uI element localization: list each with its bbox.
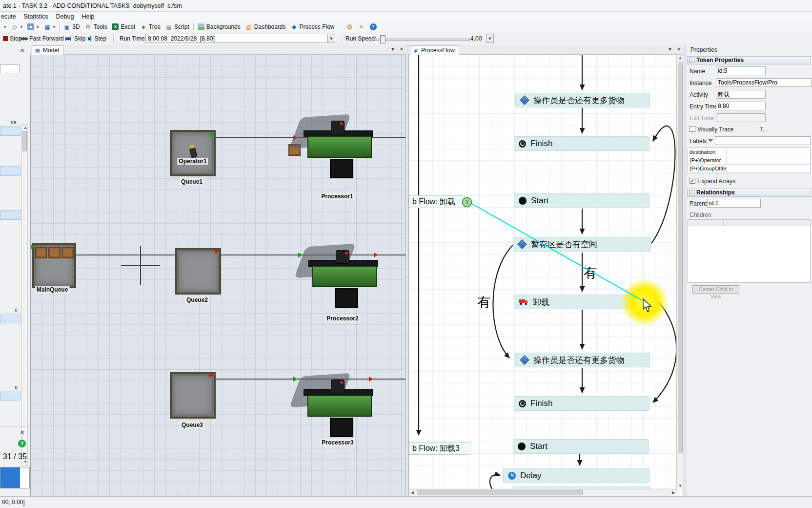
run-speed-slider[interactable]: [374, 39, 470, 41]
processor2-object[interactable]: [305, 249, 379, 307]
close-icon[interactable]: ✕: [675, 46, 682, 52]
activity-field[interactable]: [716, 90, 766, 99]
run-speed-thumb[interactable]: [380, 35, 386, 43]
exit-time-field[interactable]: [716, 113, 766, 122]
labels-label: Labels: [690, 138, 707, 145]
instance-field[interactable]: [716, 78, 812, 87]
scroll-thumb[interactable]: [22, 131, 27, 151]
flow-node-start[interactable]: Start: [513, 439, 649, 454]
menu-execute[interactable]: ecute: [0, 12, 20, 21]
filter-icon[interactable]: [708, 139, 713, 142]
library-item-fragment: e: [15, 307, 18, 313]
entry-time-field[interactable]: [716, 102, 766, 110]
expand-arrays-checkbox[interactable]: ✓: [690, 178, 695, 184]
model-3d-view[interactable]: Operator1 Queue1 Processor1 MainQueue: [30, 55, 406, 496]
process-flow-view[interactable]: 操作员是否还有更多货物 Finish Start 暂存区是否有空间 卸载 操作员…: [408, 55, 683, 496]
processor1-object[interactable]: [301, 120, 374, 177]
children-list[interactable]: [688, 226, 811, 283]
close-icon[interactable]: ✕: [19, 429, 26, 436]
help-icon[interactable]: ?: [18, 440, 26, 447]
finish-icon: [519, 400, 526, 407]
subflow-label[interactable]: b Flow: 卸载3: [409, 442, 470, 455]
flow-node-delay[interactable]: Delay: [503, 468, 650, 483]
flow-node-decision[interactable]: 暂存区是否有空间: [513, 237, 651, 252]
settings-button[interactable]: ⚙: [344, 23, 356, 31]
close-icon[interactable]: ✕: [398, 46, 405, 52]
run-time-input[interactable]: [145, 34, 332, 43]
processor3-object[interactable]: [301, 379, 374, 436]
label-row[interactable]: destination: [688, 148, 810, 156]
scroll-up-icon[interactable]: ▲: [22, 125, 29, 131]
excel-button[interactable]: XExcel: [109, 23, 137, 31]
library-item-fragment: e: [15, 384, 18, 390]
collapse-icon[interactable]: -: [689, 58, 694, 63]
close-icon[interactable]: ✕: [19, 47, 26, 54]
help-button[interactable]: ?: [367, 23, 379, 31]
chevron-down-icon[interactable]: ▼: [389, 46, 396, 52]
skip-button[interactable]: ▶▶▏Skip: [63, 34, 87, 43]
tab-processflow[interactable]: ◈ ProcessFlow: [410, 45, 459, 55]
operator1-figure[interactable]: [188, 144, 199, 159]
children-table-header: [688, 219, 811, 226]
menu-statistics[interactable]: Statistics: [20, 12, 52, 21]
library-dropdown[interactable]: ▾: [1, 24, 9, 30]
fast-forward-button[interactable]: ▶▶▶Fast Forward: [19, 34, 66, 43]
processor-body: [312, 266, 377, 287]
progress-bar: [0, 467, 30, 488]
run-speed-dropdown[interactable]: ▼: [486, 34, 494, 43]
library-item[interactable]: [0, 391, 20, 401]
chevron-down-icon[interactable]: ▼: [667, 46, 673, 52]
scroll-thumb[interactable]: [417, 490, 583, 495]
scroll-right-icon[interactable]: ▶: [670, 489, 677, 496]
menu-debug[interactable]: Debug: [52, 12, 78, 21]
scroll-thumb[interactable]: [678, 63, 683, 453]
library-item[interactable]: [0, 166, 20, 176]
flow-node-finish[interactable]: Finish: [514, 396, 650, 411]
scroll-down-icon[interactable]: ▼: [677, 483, 684, 489]
process-flow-button[interactable]: ◆Process Flow: [288, 23, 337, 31]
queue3-object[interactable]: [170, 372, 216, 419]
scroll-left-icon[interactable]: ◀: [409, 489, 416, 496]
library-item[interactable]: [0, 210, 20, 220]
flow-node-start[interactable]: Start: [514, 193, 650, 208]
flow-hscrollbar[interactable]: ◀ ▶: [409, 489, 677, 496]
grid-dropdown[interactable]: ▦▾: [41, 23, 58, 31]
run-time-dropdown[interactable]: ▼: [327, 34, 335, 43]
tools-button[interactable]: ⚙Tools: [82, 23, 109, 31]
subflow-label[interactable]: b Flow: 卸载: [409, 195, 465, 208]
label-row[interactable]: (P+)Operator: [688, 156, 810, 165]
tree-button[interactable]: ♠Tree: [138, 23, 163, 31]
library-search-input[interactable]: [0, 64, 20, 73]
script-button[interactable]: ▤Script: [163, 23, 192, 31]
flow-node-finish[interactable]: Finish: [514, 136, 650, 151]
library-item[interactable]: [0, 314, 20, 323]
mainqueue-object[interactable]: [32, 243, 76, 288]
collapse-icon[interactable]: -: [689, 190, 694, 195]
pointer-dropdown[interactable]: ◇▾: [9, 23, 25, 31]
menu-help[interactable]: Help: [78, 12, 98, 21]
queue1-object[interactable]: [170, 130, 216, 176]
scroll-up-icon[interactable]: ▲: [677, 55, 684, 62]
flow-node-decision[interactable]: 操作员是否还有更多货物: [515, 93, 650, 107]
label-row[interactable]: (P+)GroupOfIte: [688, 165, 810, 173]
skip-icon: ▶▶▏: [65, 36, 72, 41]
labels-filter-input[interactable]: [715, 136, 811, 145]
library-item[interactable]: [0, 126, 20, 136]
name-field[interactable]: [716, 66, 766, 75]
parent-field[interactable]: [707, 199, 761, 208]
tab-model[interactable]: ▦ Model: [32, 45, 63, 55]
center-child-button[interactable]: Center Child in View: [692, 285, 739, 294]
step-button[interactable]: ▶▏Step: [86, 34, 108, 43]
highlight-button[interactable]: ✦: [356, 23, 367, 31]
color-dropdown[interactable]: ■▾: [25, 23, 41, 31]
flow-node-decision[interactable]: 操作员是否还有更多货物: [515, 353, 650, 367]
selection-highlight: [621, 279, 668, 326]
queue2-object[interactable]: [175, 248, 221, 295]
dashboards-button[interactable]: ▥Dashboards: [243, 23, 288, 31]
library-scrollbar[interactable]: ▲ ▼: [21, 124, 28, 466]
model-tab-icon: ▦: [34, 47, 41, 54]
backgrounds-button[interactable]: Backgrounds: [195, 23, 243, 31]
visually-trace-checkbox[interactable]: [690, 126, 695, 132]
3d-button[interactable]: ▣3D: [61, 23, 82, 31]
flow-vscrollbar[interactable]: ▲ ▼: [676, 55, 683, 489]
